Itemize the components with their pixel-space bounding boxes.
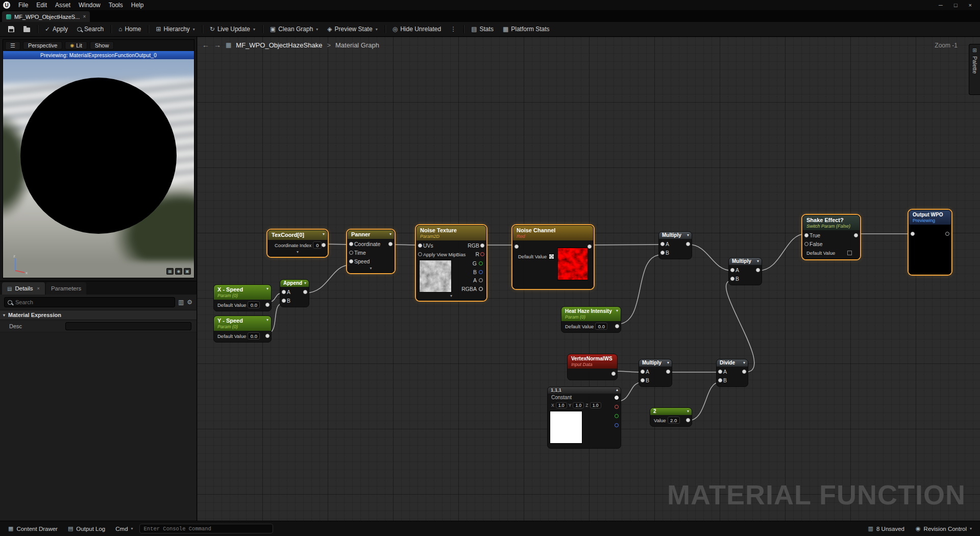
- show-button[interactable]: Show: [90, 41, 114, 50]
- node-constant-111[interactable]: 1,1,1 ▴ Constant X Y Z: [547, 386, 621, 449]
- output-pin-rgba[interactable]: [479, 287, 483, 291]
- menu-file[interactable]: File: [14, 0, 32, 10]
- node-y-speed[interactable]: Y - Speed Param (0) ▾ Default Value: [213, 315, 272, 343]
- input-pin[interactable]: [804, 233, 808, 237]
- palette-tab[interactable]: ⊞ Palette: [969, 44, 980, 95]
- tab-close-icon[interactable]: ×: [83, 14, 86, 19]
- default-value-input[interactable]: [248, 332, 260, 339]
- coordinate-index-input[interactable]: [313, 241, 322, 249]
- input-pin[interactable]: [282, 290, 286, 294]
- output-pin[interactable]: [388, 242, 393, 246]
- input-pin[interactable]: [660, 242, 665, 246]
- advanced-toggle-icon[interactable]: ▾: [348, 266, 394, 271]
- node-multiply-3[interactable]: Multiply▾ A B: [639, 359, 672, 387]
- default-value-input[interactable]: [595, 323, 607, 330]
- input-pin[interactable]: [349, 251, 353, 255]
- advanced-toggle-icon[interactable]: ▾: [268, 250, 327, 255]
- apply-button[interactable]: ✓Apply: [41, 24, 72, 34]
- viewport-mini-icon-1[interactable]: ▦: [166, 268, 174, 275]
- input-pin[interactable]: [418, 243, 422, 248]
- node-noise-channel[interactable]: Noise Channel Red Default Value: [512, 225, 594, 289]
- material-graph-canvas[interactable]: ← → ▦ MF_WPO_ObjectHazeShake > Material …: [197, 37, 980, 521]
- node-panner[interactable]: Panner▾ Coordinate Time Speed ▾: [347, 230, 395, 273]
- chevron-down-icon[interactable]: ▾: [687, 409, 689, 413]
- input-pin[interactable]: [418, 252, 422, 256]
- node-divide[interactable]: Divide▾ A B: [716, 359, 748, 387]
- input-pin[interactable]: [641, 378, 645, 382]
- chevron-down-icon[interactable]: ▾: [304, 281, 306, 285]
- cmd-dropdown[interactable]: Cmd▾: [111, 524, 137, 533]
- back-icon[interactable]: ←: [202, 41, 209, 49]
- viewport-menu-button[interactable]: ☰: [5, 41, 20, 50]
- z-input[interactable]: [590, 402, 601, 408]
- output-pin[interactable]: [480, 243, 484, 248]
- chevron-down-icon[interactable]: ▾: [687, 233, 689, 237]
- output-pin[interactable]: [322, 243, 326, 247]
- stats-button[interactable]: ▤Stats: [467, 24, 498, 34]
- input-pin[interactable]: [282, 299, 286, 303]
- output-pin[interactable]: [854, 233, 858, 237]
- lit-mode-button[interactable]: ◉Lit: [65, 41, 87, 50]
- default-value-input[interactable]: [248, 301, 260, 308]
- node-noise-texture[interactable]: Noise Texture Param2D UVs RGB Apply View…: [416, 225, 486, 301]
- menu-edit[interactable]: Edit: [32, 0, 51, 10]
- section-material-expression[interactable]: ▾ Material Expression: [0, 310, 197, 320]
- unsaved-button[interactable]: ▥8 Unsaved: [864, 524, 909, 533]
- output-pin[interactable]: [742, 370, 746, 374]
- output-pin[interactable]: [303, 290, 307, 294]
- unreal-logo-icon[interactable]: U: [3, 2, 10, 9]
- minimize-icon[interactable]: ─: [939, 2, 943, 8]
- output-pin[interactable]: [686, 418, 690, 422]
- input-pin[interactable]: [730, 268, 734, 272]
- output-pin[interactable]: [945, 232, 949, 236]
- chevron-down-icon[interactable]: ▾: [616, 308, 618, 313]
- hide-unrelated-button[interactable]: ◎Hide Unrelated: [388, 24, 446, 34]
- details-search-box[interactable]: [4, 297, 175, 307]
- input-pin[interactable]: [349, 242, 353, 246]
- default-value-thumbnail[interactable]: [549, 254, 554, 259]
- input-pin[interactable]: [718, 370, 722, 374]
- node-x-speed[interactable]: X - Speed Param (0) ▾ Default Value: [213, 284, 272, 311]
- output-pin[interactable]: [587, 245, 592, 249]
- platform-stats-button[interactable]: ▦Platform Stats: [499, 24, 554, 34]
- revision-control-dropdown[interactable]: ◉Revision Control▾: [912, 524, 976, 533]
- menu-window[interactable]: Window: [75, 0, 105, 10]
- node-append[interactable]: Append▾ A B: [280, 279, 309, 307]
- chevron-down-icon[interactable]: ▾: [743, 360, 745, 365]
- chevron-down-icon[interactable]: ▾: [266, 286, 268, 291]
- chevron-down-icon[interactable]: ▾: [389, 232, 391, 236]
- node-texcoord[interactable]: TexCoord[0]▾ Coordinate Index ▾: [267, 230, 328, 257]
- input-pin[interactable]: [660, 251, 665, 255]
- tab-parameters[interactable]: Parameters: [46, 282, 86, 295]
- maximize-icon[interactable]: □: [954, 2, 958, 8]
- tab-mf-wpo-objecthazeshake[interactable]: MF_WPO_ObjectHazeS... ×: [2, 11, 90, 22]
- breadcrumb-page[interactable]: Material Graph: [335, 41, 379, 49]
- chevron-down-icon[interactable]: ▾: [667, 360, 669, 365]
- preview-viewport[interactable]: ☰ Perspective ◉Lit Show Previewing: Mate…: [3, 39, 194, 278]
- node-output-wpo[interactable]: Output WPO Previewing: [909, 210, 951, 275]
- search-button[interactable]: Search: [73, 24, 108, 34]
- input-pin[interactable]: [911, 232, 915, 236]
- output-pin-r[interactable]: [615, 405, 619, 409]
- node-multiply-2[interactable]: Multiply▾ A B: [728, 257, 762, 285]
- chevron-down-icon[interactable]: ▾: [323, 232, 325, 236]
- output-pin[interactable]: [265, 303, 270, 307]
- chevron-down-icon[interactable]: ▾: [266, 318, 268, 322]
- filter-icon[interactable]: ▥: [178, 299, 184, 306]
- hierarchy-dropdown[interactable]: ⊞Hierarchy▾: [152, 24, 199, 34]
- output-log-button[interactable]: ▤Output Log: [64, 524, 109, 533]
- output-pin[interactable]: [615, 396, 619, 400]
- perspective-button[interactable]: Perspective: [23, 41, 62, 50]
- output-pin-b[interactable]: [479, 270, 483, 274]
- node-vertex-normal-ws[interactable]: VertexNormalWS Input Data: [567, 354, 618, 380]
- output-pin-b[interactable]: [615, 423, 619, 427]
- output-pin[interactable]: [611, 372, 616, 376]
- input-pin[interactable]: [514, 245, 519, 249]
- desc-input[interactable]: [65, 322, 191, 330]
- close-icon[interactable]: ×: [969, 2, 972, 8]
- chevron-down-icon[interactable]: ▾: [757, 259, 759, 263]
- tab-details[interactable]: ▤ Details ×: [2, 282, 45, 295]
- menu-tools[interactable]: Tools: [105, 0, 127, 10]
- clean-graph-dropdown[interactable]: ▣Clean Graph▾: [266, 24, 322, 34]
- output-pin[interactable]: [686, 242, 690, 246]
